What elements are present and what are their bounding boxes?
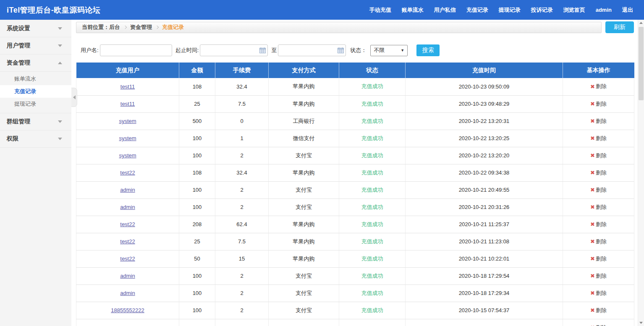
topnav-link[interactable]: admin [596,7,612,13]
sidebar-group-system-settings[interactable]: 系统设置 [0,20,71,37]
user-link[interactable]: test11 [120,101,135,107]
user-link[interactable]: admin [120,204,135,210]
delete-x-icon: ✖ [590,118,595,124]
delete-label: 删除 [596,169,607,177]
delete-button[interactable]: ✖删除 [590,238,607,245]
topnav-link[interactable]: 退出 [622,6,633,14]
delete-x-icon: ✖ [590,238,595,245]
delete-x-icon: ✖ [590,83,595,90]
breadcrumb: 当前位置：后台 资金管理 充值记录 [76,22,602,33]
delete-button[interactable]: ✖删除 [590,203,607,211]
time-cell: 2020-10-22 13:20:31 [406,112,563,130]
table-header-row: 充值用户金额手续费支付方式状态充值时间基本操作 [76,63,634,78]
sidebar-group-user-management[interactable]: 用户管理 [0,37,71,55]
payment-method-cell: 苹果内购 [269,216,339,233]
user-link[interactable]: test22 [120,170,135,176]
fee-cell: 62.4 [215,216,269,233]
fee-cell: 15 [215,250,269,267]
sidebar-item-recharge-records[interactable]: 充值记录 [0,85,71,98]
status-select[interactable]: 不限 ▼ [370,45,408,56]
user-link[interactable]: 18855552222 [111,307,144,313]
delete-x-icon: ✖ [590,152,595,159]
payment-method-cell: 微信支付 [269,130,339,147]
topnav-link[interactable]: 提现记录 [499,6,521,14]
delete-x-icon: ✖ [590,204,595,210]
user-link[interactable]: system [119,135,136,141]
user-link[interactable]: test11 [120,83,135,90]
delete-button[interactable]: ✖删除 [590,169,607,177]
delete-button[interactable]: ✖删除 [590,272,607,280]
calendar-icon[interactable] [338,47,344,53]
payment-method-cell: 苹果内购 [269,78,339,95]
payment-method-cell: 支付宝 [269,181,339,198]
chevron-right-icon [123,26,127,29]
delete-button[interactable]: ✖删除 [590,117,607,125]
payment-method-cell: 支付宝 [269,267,339,284]
delete-button[interactable]: ✖删除 [590,83,607,90]
sidebar-group-group-management[interactable]: 群组管理 [0,113,71,130]
sidebar-collapse-handle[interactable] [71,88,77,107]
scroll-down-button[interactable] [638,320,644,326]
calendar-icon[interactable] [259,47,266,53]
fee-cell: 32.4 [215,164,269,181]
topnav-link[interactable]: 浏览首页 [563,6,585,14]
user-link[interactable]: test22 [120,256,135,262]
status-cell: 充值成功 [339,198,406,216]
fee-cell: 1 [215,130,269,147]
status-select-value: 不限 [374,47,385,54]
delete-x-icon: ✖ [590,290,595,296]
user-link[interactable]: test22 [120,221,135,227]
payment-method-cell: 苹果内购 [269,233,339,250]
delete-button[interactable]: ✖删除 [590,307,607,314]
end-date-input[interactable] [278,45,338,56]
status-cell: 充值成功 [339,130,406,147]
user-link[interactable]: system [119,118,136,124]
topnav-link[interactable]: 账单流水 [402,6,424,14]
chevron-down-icon [58,138,62,140]
payment-method-cell: 支付宝 [269,198,339,216]
topnav-link[interactable]: 手动充值 [369,6,391,14]
time-cell: 2020-10-21 20:31:26 [406,198,563,216]
user-link[interactable]: admin [120,273,135,279]
sidebar: 系统设置 用户管理 资金管理 账单流水 充值记录 提现记录 群组管理 权限 [0,20,71,326]
amount-cell: 100 [179,267,215,284]
delete-button[interactable]: ✖删除 [590,186,607,194]
delete-button[interactable]: ✖删除 [590,221,607,228]
user-link[interactable]: admin [120,290,135,296]
user-link[interactable]: test22 [120,238,135,245]
vertical-scrollbar[interactable] [638,20,644,326]
scrollbar-thumb[interactable] [639,27,644,100]
search-button[interactable]: 搜索 [416,44,440,56]
chevron-down-icon: ▼ [401,48,404,52]
sidebar-group-permissions[interactable]: 权限 [0,130,71,148]
delete-button[interactable]: ✖删除 [590,289,607,297]
topbar: iTel管理后台-欧皇源码论坛 手动充值账单流水用户私信充值记录提现记录投诉记录… [0,0,644,20]
recharge-records-table: 充值用户金额手续费支付方式状态充值时间基本操作 test11 108 32.4 … [76,63,634,326]
time-cell: 2020-10-21 10:22:01 [406,250,563,267]
sidebar-item-bill-flow[interactable]: 账单流水 [0,73,71,85]
sidebar-group-label: 资金管理 [7,59,30,67]
amount-cell: 25 [179,95,215,112]
sidebar-item-withdraw-records[interactable]: 提现记录 [0,98,71,110]
delete-button[interactable]: ✖删除 [590,152,607,159]
breadcrumb-prefix: 当前位置： [82,24,109,30]
time-cell: 2020-10-21 11:23:08 [406,233,563,250]
sidebar-group-funds-management[interactable]: 资金管理 [0,55,71,72]
delete-button[interactable]: ✖删除 [590,255,607,263]
refresh-button[interactable]: 刷新 [605,21,634,33]
topnav-link[interactable]: 投诉记录 [531,6,553,14]
delete-button[interactable]: ✖删除 [590,324,607,326]
delete-label: 删除 [596,272,607,280]
username-input[interactable] [100,44,172,56]
delete-button[interactable]: ✖删除 [590,135,607,142]
status-cell: 充值成功 [339,164,406,181]
scroll-up-button[interactable] [638,20,644,26]
delete-button[interactable]: ✖删除 [590,100,607,108]
topnav-link[interactable]: 用户私信 [434,6,456,14]
topnav-link[interactable]: 充值记录 [466,6,488,14]
column-header: 充值用户 [76,63,179,78]
username-label: 用户名: [81,47,99,54]
user-link[interactable]: admin [120,187,135,193]
start-date-input[interactable] [200,45,259,56]
user-link[interactable]: system [119,152,136,159]
